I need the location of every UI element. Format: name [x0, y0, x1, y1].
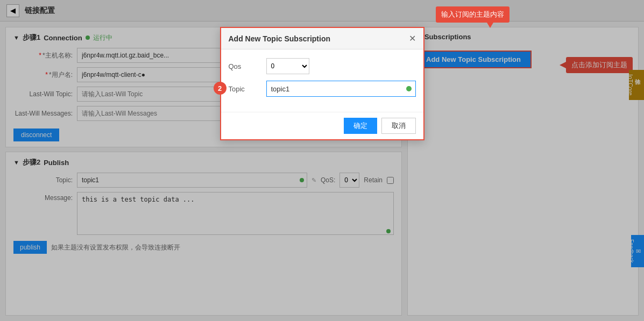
annotation-circle-2: 2	[214, 82, 227, 95]
modal-topic-green-dot	[406, 86, 412, 91]
modal-body: Qos 012 Topic	[221, 49, 423, 112]
modal-qos-row: Qos 012	[229, 58, 416, 74]
callout-arrow-down	[487, 23, 493, 28]
add-topic-modal: Add New Topic Subscription ✕ Qos 012 Top…	[220, 27, 424, 140]
modal-qos-select[interactable]: 012	[266, 58, 309, 74]
modal-title: Add New Topic Subscription	[229, 34, 331, 43]
modal-topic-row: Topic	[229, 81, 416, 97]
modal-footer: 确定 取消	[221, 112, 423, 139]
modal-confirm-button[interactable]: 确定	[344, 118, 377, 134]
modal-cancel-button[interactable]: 取消	[381, 118, 416, 134]
modal-topic-input-wrapper	[266, 81, 416, 97]
modal-overlay: Add New Topic Subscription ✕ Qos 012 Top…	[0, 0, 644, 321]
modal-qos-label: Qos	[229, 62, 261, 70]
callout-topic-content: 输入订阅的主题内容	[436, 6, 509, 23]
modal-topic-label: Topic	[229, 85, 261, 93]
modal-header: Add New Topic Subscription ✕	[221, 28, 423, 49]
modal-close-button[interactable]: ✕	[409, 33, 416, 44]
modal-topic-input[interactable]	[266, 81, 416, 97]
